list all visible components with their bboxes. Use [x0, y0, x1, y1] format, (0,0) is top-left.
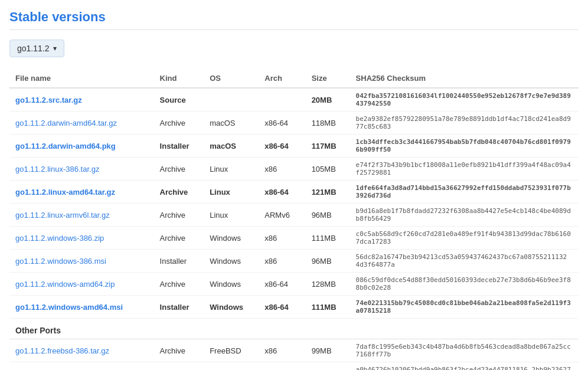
cell-os: Linux: [204, 204, 259, 227]
chevron-down-icon: ▾: [53, 44, 57, 53]
cell-kind: Installer: [154, 250, 204, 273]
cell-size: 119MB: [306, 362, 350, 371]
cell-filename: go1.11.2.src.tar.gz: [9, 88, 154, 112]
cell-arch: x86: [259, 227, 305, 250]
table-header-row: File name Kind OS Arch Size SHA256 Check…: [9, 69, 579, 88]
cell-filename: go1.11.2.windows-amd64.zip: [9, 273, 154, 296]
cell-checksum: 1dfe664fa3d8ad714bbd15a36627992effd150dd…: [350, 181, 579, 204]
table-row: go1.11.2.linux-armv6l.tar.gzArchiveLinux…: [9, 204, 579, 227]
cell-kind: Archive: [154, 362, 204, 371]
cell-size: 111MB: [306, 296, 350, 319]
cell-os: macOS: [204, 135, 259, 158]
cell-size: 96MB: [306, 204, 350, 227]
cell-arch: x86: [259, 339, 305, 362]
cell-os: [204, 88, 259, 112]
table-row: go1.11.2.windows-amd64.zipArchiveWindows…: [9, 273, 579, 296]
cell-filename: go1.11.2.freebsd-amd64.tar.gz: [9, 362, 154, 371]
file-link[interactable]: go1.11.2.linux-armv6l.tar.gz: [15, 211, 110, 220]
file-link[interactable]: go1.11.2.freebsd-386.tar.gz: [15, 346, 109, 355]
cell-arch: x86-64: [259, 362, 305, 371]
table-row: go1.11.2.freebsd-386.tar.gzArchiveFreeBS…: [9, 339, 579, 362]
file-link[interactable]: go1.11.2.linux-amd64.tar.gz: [15, 188, 115, 197]
col-header-filename: File name: [9, 69, 154, 88]
file-link[interactable]: go1.11.2.windows-amd64.zip: [15, 280, 115, 289]
cell-kind: Archive: [154, 158, 204, 181]
other-ports-label: Other Ports: [9, 319, 579, 339]
table-row: go1.11.2.windows-386.zipArchiveWindowsx8…: [9, 227, 579, 250]
cell-checksum: be2a9382ef85792280951a78e789e8891ddb1df4…: [350, 112, 579, 135]
cell-arch: x86-64: [259, 112, 305, 135]
cell-checksum: 042fba35721081616034lf1002440550e952eb12…: [350, 88, 579, 112]
cell-arch: ARMv6: [259, 204, 305, 227]
file-link[interactable]: go1.11.2.windows-386.msi: [15, 257, 106, 266]
col-header-os: OS: [204, 69, 259, 88]
cell-kind: Installer: [154, 296, 204, 319]
cell-kind: Installer: [154, 135, 204, 158]
cell-filename: go1.11.2.darwin-amd64.pkg: [9, 135, 154, 158]
cell-filename: go1.11.2.darwin-amd64.tar.gz: [9, 112, 154, 135]
cell-checksum: 086c59df0dce54d88f30edd50160393deceb27e7…: [350, 273, 579, 296]
cell-os: Windows: [204, 273, 259, 296]
cell-kind: Archive: [154, 273, 204, 296]
cell-arch: x86: [259, 158, 305, 181]
cell-arch: x86-64: [259, 273, 305, 296]
col-header-kind: Kind: [154, 69, 204, 88]
table-row: go1.11.2.linux-amd64.tar.gzArchiveLinuxx…: [9, 181, 579, 204]
cell-size: 105MB: [306, 158, 350, 181]
col-header-size: Size: [306, 69, 350, 88]
cell-arch: [259, 88, 305, 112]
cell-checksum: b9d16a8eb1f7b8fdadd27232f6308aa8b4427e5e…: [350, 204, 579, 227]
cell-kind: Archive: [154, 181, 204, 204]
page-title: Stable versions: [9, 9, 579, 30]
cell-size: 111MB: [306, 227, 350, 250]
cell-checksum: e74f2f37b43b9b1bcf18008a11e0efb8921b41df…: [350, 158, 579, 181]
table-row: go1.11.2.darwin-amd64.pkgInstallermacOSx…: [9, 135, 579, 158]
cell-checksum: 1cb34dffecb3c3d441667954bab5b7fdb048c407…: [350, 135, 579, 158]
file-link[interactable]: go1.11.2.darwin-amd64.tar.gz: [15, 119, 117, 127]
cell-arch: x86-64: [259, 181, 305, 204]
version-selector[interactable]: go1.11.2 ▾: [9, 40, 64, 57]
cell-filename: go1.11.2.linux-386.tar.gz: [9, 158, 154, 181]
other-ports-section-header: Other Ports: [9, 319, 579, 339]
cell-os: macOS: [204, 112, 259, 135]
table-row: go1.11.2.windows-386.msiInstallerWindows…: [9, 250, 579, 273]
cell-kind: Archive: [154, 339, 204, 362]
col-header-checksum: SHA256 Checksum: [350, 69, 579, 88]
cell-checksum: 7daf8c1995e6eb343c4b487ba4d6b8fb5463cdea…: [350, 339, 579, 362]
files-table: File name Kind OS Arch Size SHA256 Check…: [9, 69, 579, 370]
cell-size: 96MB: [306, 250, 350, 273]
cell-filename: go1.11.2.windows-amd64.msi: [9, 296, 154, 319]
cell-size: 118MB: [306, 112, 350, 135]
cell-kind: Archive: [154, 112, 204, 135]
cell-arch: x86-64: [259, 135, 305, 158]
file-link[interactable]: go1.11.2.windows-386.zip: [15, 234, 104, 243]
cell-size: 121MB: [306, 181, 350, 204]
cell-arch: x86-64: [259, 296, 305, 319]
cell-size: 128MB: [306, 273, 350, 296]
cell-kind: Archive: [154, 204, 204, 227]
cell-filename: go1.11.2.freebsd-386.tar.gz: [9, 339, 154, 362]
table-row: go1.11.2.src.tar.gzSource20MB042fba35721…: [9, 88, 579, 112]
cell-os: Windows: [204, 296, 259, 319]
cell-size: 99MB: [306, 339, 350, 362]
cell-arch: x86: [259, 250, 305, 273]
cell-size: 20MB: [306, 88, 350, 112]
file-link[interactable]: go1.11.2.windows-amd64.msi: [15, 303, 123, 312]
version-label: go1.11.2: [17, 44, 50, 53]
cell-checksum: 74e0221315bb79c45080cd0c81bbe046ab2a21be…: [350, 296, 579, 319]
table-row: go1.11.2.freebsd-amd64.tar.gzArchiveFree…: [9, 362, 579, 371]
cell-os: FreeBSD: [204, 362, 259, 371]
cell-checksum: 56dc82a16747be3b94213cd53a059437462437bc…: [350, 250, 579, 273]
file-link[interactable]: go1.11.2.linux-386.tar.gz: [15, 165, 99, 173]
cell-checksum: c0c5ab568d9cf260cd7d281e0a489ef91f4b9438…: [350, 227, 579, 250]
cell-checksum: a0b46726b102067bdd9a9b863f2bce4d23e44781…: [350, 362, 579, 371]
cell-os: Linux: [204, 158, 259, 181]
cell-os: Windows: [204, 227, 259, 250]
table-row: go1.11.2.windows-amd64.msiInstallerWindo…: [9, 296, 579, 319]
table-row: go1.11.2.linux-386.tar.gzArchiveLinuxx86…: [9, 158, 579, 181]
cell-os: FreeBSD: [204, 339, 259, 362]
file-link[interactable]: go1.11.2.src.tar.gz: [15, 96, 82, 104]
cell-kind: Source: [154, 88, 204, 112]
file-link[interactable]: go1.11.2.darwin-amd64.pkg: [15, 142, 116, 150]
cell-filename: go1.11.2.linux-amd64.tar.gz: [9, 181, 154, 204]
